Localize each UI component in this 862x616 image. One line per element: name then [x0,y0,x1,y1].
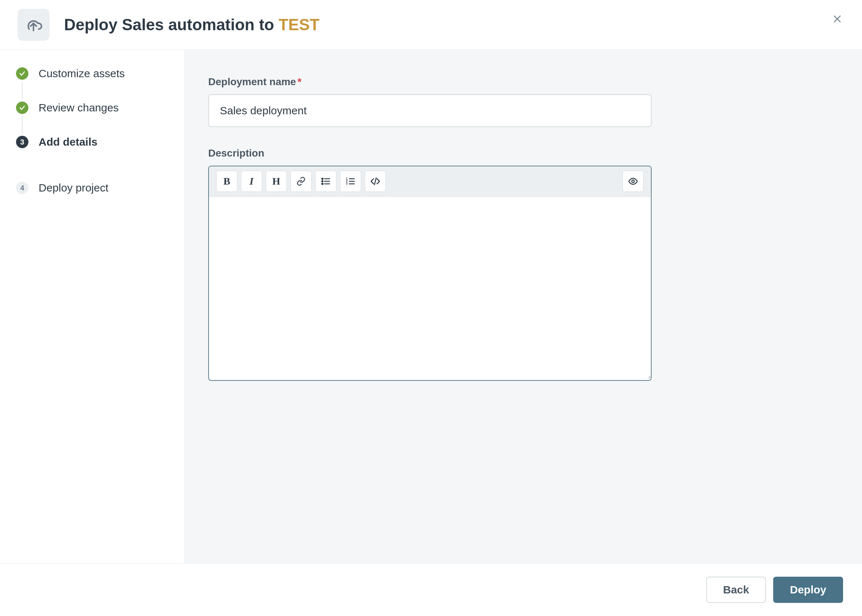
description-label: Description [208,148,652,159]
ordered-list-icon: 1 2 3 [345,176,356,186]
step-label: Customize assets [39,68,125,80]
bullet-list-icon [321,176,331,186]
step-number-icon: 4 [16,182,28,194]
preview-button[interactable] [622,171,644,192]
link-button[interactable] [290,171,312,192]
bold-button[interactable]: B [216,171,237,192]
dialog-footer: Back Deploy [0,563,862,616]
dialog-title: Deploy Sales automation to TEST [64,16,320,34]
eye-icon [628,176,638,186]
dialog-header: Deploy Sales automation to TEST [0,0,862,50]
step-number-icon: 3 [16,136,28,148]
required-indicator: * [297,76,301,87]
code-icon [370,176,380,186]
step-add-details[interactable]: 3 Add details [16,136,168,170]
italic-button[interactable]: I [241,171,262,192]
back-button[interactable]: Back [706,577,766,603]
deployment-name-label: Deployment name* [208,76,652,88]
link-icon [296,177,306,186]
svg-point-15 [632,180,634,183]
svg-point-2 [322,178,323,179]
svg-line-14 [375,178,377,185]
deploy-icon [17,9,50,41]
svg-point-4 [322,181,323,182]
step-review-changes[interactable]: Review changes [16,102,168,136]
svg-point-6 [322,183,323,185]
step-label: Add details [39,136,97,148]
check-icon [16,68,28,80]
bullet-list-button[interactable] [315,171,336,192]
description-textarea[interactable] [209,196,651,379]
dialog-title-prefix: Deploy Sales automation to [64,16,278,33]
dialog-title-env: TEST [278,16,319,33]
step-label: Review changes [39,102,119,114]
check-icon [16,102,28,114]
step-deploy-project[interactable]: 4 Deploy project [16,170,168,194]
code-button[interactable] [365,171,386,192]
wizard-sidebar: Customize assets Review changes 3 Add de… [0,50,185,563]
deploy-button[interactable]: Deploy [773,577,843,603]
step-customize-assets[interactable]: Customize assets [16,68,168,102]
heading-button[interactable]: H [266,171,287,192]
editor-toolbar: B I H [209,167,651,196]
description-editor: B I H [208,166,652,381]
main-panel: Deployment name* Description B I H [185,50,862,563]
step-label: Deploy project [39,182,108,194]
svg-text:3: 3 [346,182,348,185]
deployment-name-input[interactable] [208,94,652,127]
close-button[interactable] [830,12,845,26]
ordered-list-button[interactable]: 1 2 3 [340,171,361,192]
close-icon [832,14,842,24]
